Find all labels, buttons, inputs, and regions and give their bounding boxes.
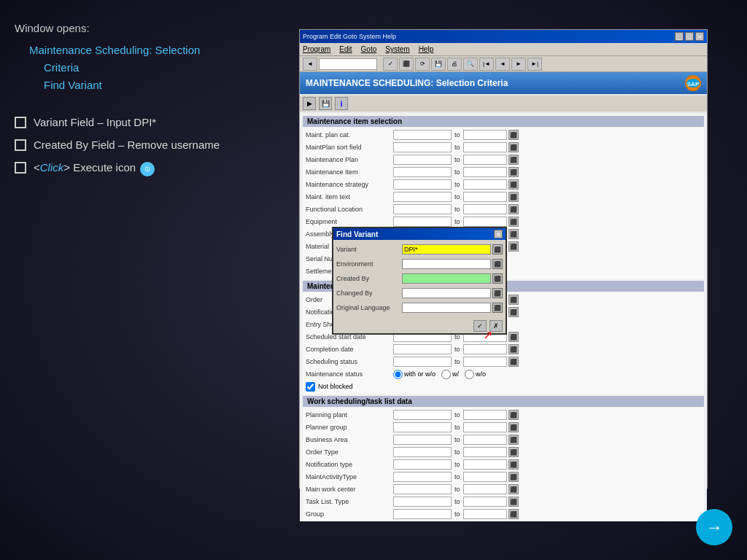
checkbox-not-blocked[interactable]	[306, 382, 315, 392]
search-btn-8[interactable]: ⬛	[508, 217, 519, 227]
input-maint-activity-type[interactable]	[393, 472, 452, 482]
input-maint-item-text-to[interactable]	[463, 192, 507, 202]
checkbox-1[interactable]	[15, 117, 26, 128]
search-btn-5[interactable]: ⬛	[508, 179, 519, 190]
search-btn-2[interactable]: ⬛	[508, 142, 519, 152]
search-btn-15[interactable]: ⬛	[508, 357, 519, 367]
input-functional-location[interactable]	[393, 204, 452, 214]
input-scheduling-status-to[interactable]	[463, 357, 507, 367]
input-planning-plant-to[interactable]	[463, 410, 507, 420]
search-btn-21[interactable]: ⬛	[508, 472, 519, 482]
link-criteria[interactable]: Criteria	[44, 59, 285, 77]
popup-input-changed-by[interactable]	[402, 288, 491, 298]
click-link[interactable]: Click	[40, 161, 64, 174]
execute-icon-btn[interactable]: ▶	[303, 97, 316, 110]
search-btn-22[interactable]: ⬛	[508, 484, 519, 494]
maximize-btn[interactable]: □	[685, 32, 694, 41]
nav-prev[interactable]: ◄	[495, 58, 510, 71]
input-maint-plan-sort-to[interactable]	[463, 142, 507, 152]
search-btn-1[interactable]: ⬛	[508, 130, 519, 140]
search-btn-19[interactable]: ⬛	[508, 447, 519, 457]
input-maintenance-plan[interactable]	[393, 155, 452, 165]
popup-search-environment[interactable]: ⬛	[492, 259, 503, 269]
input-planning-plant[interactable]	[393, 410, 452, 420]
search-btn-20[interactable]: ⬛	[508, 459, 519, 470]
close-btn[interactable]: ×	[695, 32, 704, 41]
input-maintenance-strategy-to[interactable]	[463, 179, 507, 190]
input-business-area-to[interactable]	[463, 435, 507, 445]
popup-input-created-by[interactable]	[402, 273, 491, 284]
input-business-area[interactable]	[393, 435, 452, 445]
input-maint-plan-cat-to[interactable]	[463, 130, 507, 140]
popup-search-changed-by[interactable]: ⬛	[492, 288, 503, 298]
input-task-list-type[interactable]	[393, 497, 452, 507]
radio-input-2[interactable]	[441, 370, 451, 379]
toolbar-btn-3[interactable]: ⟳	[415, 58, 430, 71]
input-planner-group[interactable]	[393, 422, 452, 432]
search-btn-4[interactable]: ⬛	[508, 167, 519, 177]
input-order-type[interactable]	[393, 447, 452, 457]
radio-w[interactable]: w/	[441, 370, 459, 379]
save-variant-btn[interactable]: 💾	[319, 97, 332, 110]
checkbox-3[interactable]	[15, 162, 26, 174]
radio-wo[interactable]: w/o	[465, 370, 486, 379]
input-maintenance-strategy[interactable]	[393, 179, 452, 190]
input-maintenance-item-to[interactable]	[463, 167, 507, 177]
input-maint-item-text[interactable]	[393, 192, 452, 202]
radio-with-or-wo[interactable]: with or w/o	[393, 370, 436, 379]
input-maintenance-plan-to[interactable]	[463, 155, 507, 165]
popup-input-original-lang[interactable]	[402, 303, 491, 313]
input-group[interactable]	[393, 509, 452, 519]
search-btn-13[interactable]: ⬛	[508, 332, 519, 342]
search-btn-23[interactable]: ⬛	[508, 497, 519, 507]
print-btn[interactable]: 🖨	[447, 58, 462, 71]
search-btn-12[interactable]: ⬛	[508, 307, 519, 317]
minimize-btn[interactable]: _	[675, 32, 684, 41]
nav-last[interactable]: ►|	[527, 58, 542, 71]
input-equipment-to[interactable]	[463, 217, 507, 227]
toolbar-btn-2[interactable]: ⬛	[399, 58, 414, 71]
search-btn-24[interactable]: ⬛	[508, 509, 519, 519]
info-btn[interactable]: i	[335, 97, 348, 110]
menu-program[interactable]: Program	[303, 45, 330, 53]
search-btn-7[interactable]: ⬛	[508, 204, 519, 214]
input-group-to[interactable]	[463, 509, 507, 519]
input-task-list-type-to[interactable]	[463, 497, 507, 507]
popup-input-variant[interactable]	[402, 244, 491, 254]
search-btn-16[interactable]: ⬛	[508, 410, 519, 420]
menu-goto[interactable]: Goto	[361, 45, 377, 53]
popup-close-btn[interactable]: ×	[494, 230, 503, 238]
search-btn-17[interactable]: ⬛	[508, 422, 519, 432]
link-find-variant[interactable]: Find Variant	[44, 77, 285, 94]
command-field[interactable]	[319, 58, 377, 70]
search-btn-6[interactable]: ⬛	[508, 192, 519, 202]
search-btn-11[interactable]: ⬛	[508, 295, 519, 305]
input-planner-group-to[interactable]	[463, 422, 507, 432]
nav-next[interactable]: ►	[511, 58, 526, 71]
search-btn-3[interactable]: ⬛	[508, 155, 519, 165]
menu-system[interactable]: System	[385, 45, 409, 53]
menu-help[interactable]: Help	[419, 45, 434, 53]
input-functional-location-to[interactable]	[463, 204, 507, 214]
input-scheduling-status[interactable]	[393, 357, 452, 367]
search-btn-9[interactable]: ⬛	[508, 229, 519, 239]
input-main-work-center[interactable]	[393, 484, 452, 494]
save-btn[interactable]: 💾	[431, 58, 446, 71]
search-btn-10[interactable]: ⬛	[508, 241, 519, 252]
back-btn[interactable]: ◄	[303, 58, 317, 71]
popup-search-original-lang[interactable]: ⬛	[492, 303, 503, 313]
input-maint-activity-type-to[interactable]	[463, 472, 507, 482]
popup-input-environment[interactable]	[402, 259, 491, 269]
popup-search-variant[interactable]: ⬛	[492, 244, 503, 254]
input-equipment[interactable]	[393, 217, 452, 227]
input-maint-plan-cat[interactable]	[393, 130, 452, 140]
checkbox-2[interactable]	[15, 139, 26, 151]
search-btn-14[interactable]: ⬛	[508, 344, 519, 354]
input-main-work-center-to[interactable]	[463, 484, 507, 494]
radio-input-3[interactable]	[465, 370, 474, 379]
input-order-type-to[interactable]	[463, 447, 507, 457]
find-btn[interactable]: 🔍	[463, 58, 478, 71]
input-maintenance-item[interactable]	[393, 167, 452, 177]
navigation-arrow[interactable]: →	[696, 509, 732, 545]
input-notification-type-to[interactable]	[463, 459, 507, 470]
